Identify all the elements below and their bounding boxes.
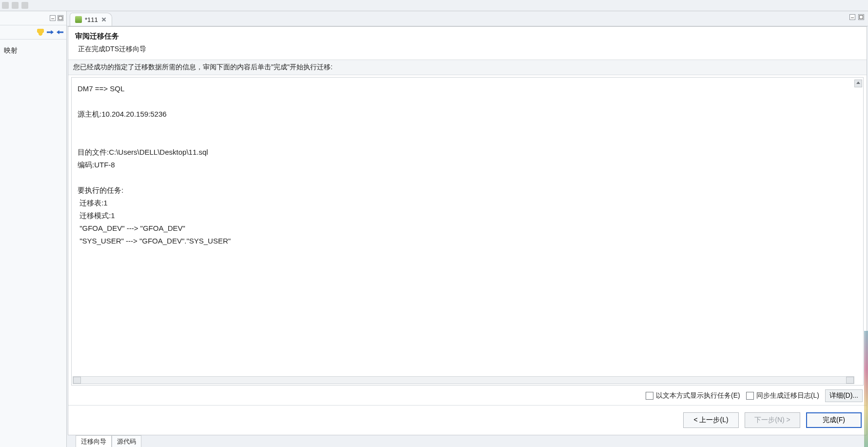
checkbox-icon — [646, 392, 653, 400]
wizard-title: 审阅迁移任务 — [75, 32, 860, 41]
tab-source-code[interactable]: 源代码 — [112, 435, 141, 447]
paste-icon[interactable] — [21, 2, 28, 9]
wizard-subtitle: 正在完成DTS迁移向导 — [75, 45, 860, 54]
checkbox-show-as-text-label: 以文本方式显示执行任务(E) — [656, 391, 740, 400]
editor-tabbar-controls — [849, 14, 864, 20]
tab-111[interactable]: *111 — [70, 13, 112, 26]
checkbox-show-as-text[interactable]: 以文本方式显示执行任务(E) — [646, 391, 740, 400]
horizontal-scrollbar[interactable] — [73, 376, 854, 384]
next-button: 下一步(N) > — [745, 412, 800, 428]
wizard-panel: 审阅迁移任务 正在完成DTS迁移向导 您已经成功的指定了迁移数据所需的信息，审阅… — [68, 26, 867, 435]
cut-icon[interactable] — [2, 2, 9, 9]
import-icon[interactable] — [47, 29, 54, 36]
left-view: 映射 — [0, 11, 67, 447]
review-box: DM7 ==> SQL 源主机:10.204.20.159:5236 目的文件:… — [71, 77, 864, 386]
left-tree: 映射 — [0, 40, 66, 447]
checkbox-gen-log-label: 同步生成迁移日志(L) — [756, 391, 819, 400]
copy-icon[interactable] — [12, 2, 19, 9]
review-text[interactable]: DM7 ==> SQL 源主机:10.204.20.159:5236 目的文件:… — [72, 78, 854, 376]
tab-label: *111 — [85, 16, 98, 23]
cluster-icon[interactable] — [37, 29, 44, 36]
bottom-tabbar: 迁移向导 源代码 — [67, 435, 868, 447]
wizard-nav: < 上一步(L) 下一步(N) > 完成(F) — [68, 405, 867, 435]
wizard-header: 审阅迁移任务 正在完成DTS迁移向导 — [68, 27, 867, 60]
finish-button[interactable]: 完成(F) — [806, 412, 862, 428]
left-view-maximize-icon[interactable] — [58, 15, 63, 21]
right-edge-strip — [864, 331, 868, 447]
app-toolbar — [0, 0, 868, 11]
tree-item-mapping[interactable]: 映射 — [3, 44, 63, 57]
editor-tabbar: *111 — [67, 11, 868, 26]
file-icon — [75, 16, 82, 23]
options-row: 以文本方式显示执行任务(E) 同步生成迁移日志(L) 详细(D)... — [68, 386, 867, 405]
editor-minimize-icon[interactable] — [849, 14, 855, 20]
editor-maximize-icon[interactable] — [858, 14, 864, 20]
details-button[interactable]: 详细(D)... — [825, 389, 863, 402]
export-icon[interactable] — [57, 29, 63, 36]
left-view-controls — [0, 11, 66, 25]
checkbox-gen-log[interactable]: 同步生成迁移日志(L) — [746, 391, 819, 400]
left-view-minimize-icon[interactable] — [50, 15, 56, 21]
wizard-hint: 您已经成功的指定了迁移数据所需的信息，审阅下面的内容后单击"完成"开始执行迁移: — [68, 60, 867, 75]
tab-migration-wizard[interactable]: 迁移向导 — [76, 435, 112, 447]
close-icon[interactable] — [101, 17, 107, 22]
checkbox-icon — [746, 392, 754, 400]
scroll-right-icon[interactable] — [846, 377, 854, 384]
back-button[interactable]: < 上一步(L) — [683, 412, 739, 428]
scroll-left-icon[interactable] — [73, 377, 81, 384]
left-view-iconbar — [0, 25, 66, 40]
scroll-up-icon[interactable] — [854, 80, 862, 87]
